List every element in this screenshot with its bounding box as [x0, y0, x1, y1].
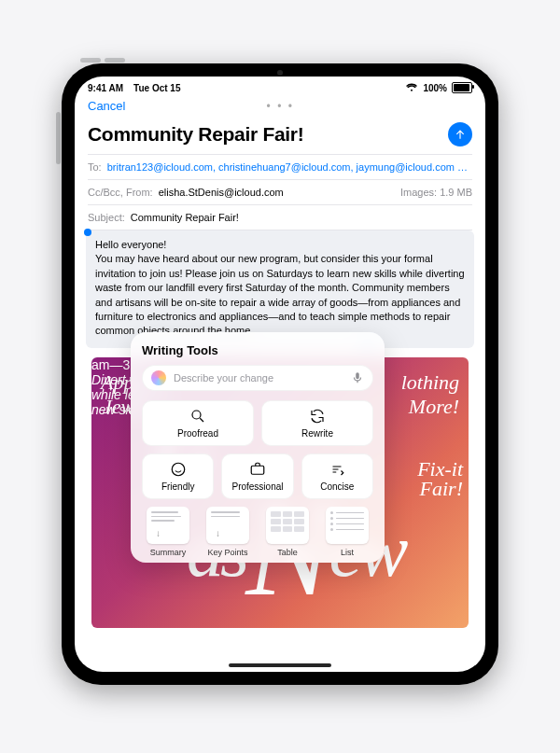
summary-option[interactable]: ↓ Summary — [142, 507, 194, 557]
body-greeting: Hello everyone! — [95, 238, 166, 252]
svg-point-1 — [172, 463, 185, 476]
battery-pct: 100% — [423, 83, 447, 93]
svg-point-0 — [192, 411, 201, 419]
keypoints-option[interactable]: ↓ Key Points — [202, 507, 254, 557]
svg-rect-2 — [251, 466, 264, 474]
selected-text[interactable]: Hello everyone! You may have heard about… — [86, 230, 474, 348]
to-label: To: — [88, 161, 102, 173]
compose-title: Community Repair Fair! — [88, 123, 303, 146]
table-thumb-icon — [266, 507, 309, 544]
poster-more: More! — [409, 395, 459, 419]
writing-tools-popover: Writing Tools Describe your change Proof… — [131, 332, 385, 563]
proofread-button[interactable]: Proofread — [142, 400, 254, 446]
cc-from-field[interactable]: Cc/Bcc, From: elisha.StDenis@icloud.com … — [75, 180, 485, 204]
smile-icon — [170, 461, 187, 478]
to-value: britran123@icloud.com, christinehuang7@i… — [107, 161, 472, 173]
images-size: Images: 1.9 MB — [400, 187, 472, 198]
status-date: Tue Oct 15 — [133, 83, 180, 93]
magnify-check-icon — [189, 408, 206, 425]
describe-input[interactable]: Describe your change — [142, 365, 373, 391]
send-button[interactable] — [448, 122, 472, 146]
intelligence-orb-icon — [151, 370, 166, 385]
keypoints-thumb-icon: ↓ — [206, 507, 249, 544]
rewrite-icon — [309, 408, 326, 425]
describe-placeholder: Describe your change — [174, 372, 343, 383]
cancel-button[interactable]: Cancel — [88, 99, 125, 113]
wifi-icon — [405, 83, 418, 92]
status-bar: 9:41 AM Tue Oct 15 100% — [75, 77, 485, 95]
subject-label: Subject: — [88, 212, 125, 223]
selection-start-handle[interactable] — [84, 229, 91, 236]
battery-icon — [452, 82, 472, 93]
professional-button[interactable]: Professional — [221, 453, 293, 499]
friendly-button[interactable]: Friendly — [142, 453, 214, 499]
cc-label: Cc/Bcc, From: — [88, 187, 153, 198]
writing-tools-title: Writing Tools — [142, 343, 373, 357]
home-indicator[interactable] — [229, 663, 331, 667]
concise-icon — [329, 461, 345, 478]
list-option[interactable]: List — [321, 507, 373, 557]
poster-fixit: Fix-itFair! — [417, 460, 463, 499]
front-camera — [277, 70, 283, 76]
body-paragraph: You may have heard about our new program… — [95, 253, 465, 336]
arrow-up-icon — [454, 128, 467, 141]
grabber-icon[interactable]: • • • — [267, 100, 294, 113]
status-time: 9:41 AM — [88, 83, 123, 93]
table-option[interactable]: Table — [261, 507, 314, 557]
ipad-frame: 9:41 AM Tue Oct 15 100% Cancel • • • Com… — [62, 63, 498, 685]
from-value: elisha.StDenis@icloud.com — [159, 187, 284, 198]
concise-button[interactable]: Concise — [301, 453, 373, 499]
rewrite-button[interactable]: Rewrite — [261, 400, 373, 446]
screen: 9:41 AM Tue Oct 15 100% Cancel • • • Com… — [75, 77, 485, 672]
subject-field[interactable]: Subject: Community Repair Fair! — [75, 205, 485, 230]
to-field[interactable]: To: britran123@icloud.com, christinehuan… — [75, 155, 485, 179]
mic-icon[interactable] — [351, 371, 364, 384]
briefcase-icon — [249, 461, 266, 478]
summary-thumb-icon: ↓ — [147, 507, 189, 544]
subject-value: Community Repair Fair! — [131, 212, 472, 223]
list-thumb-icon — [326, 507, 369, 544]
poster-clothing: lothing — [401, 370, 459, 395]
